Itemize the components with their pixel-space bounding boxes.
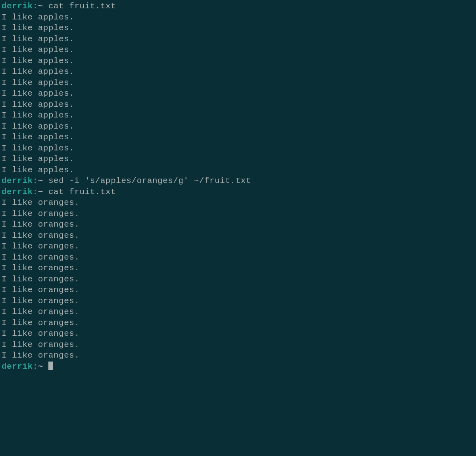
terminal-line: I like oranges. [2, 230, 474, 241]
terminal-line: derrik:~ [2, 361, 474, 372]
output-text: I like apples. [2, 111, 74, 120]
terminal-line: I like oranges. [2, 296, 474, 307]
output-text: I like apples. [2, 122, 74, 131]
output-text: I like oranges. [2, 198, 80, 207]
terminal-line: I like oranges. [2, 241, 474, 252]
output-text: I like oranges. [2, 351, 80, 360]
output-text: I like apples. [2, 89, 74, 98]
output-text: I like oranges. [2, 307, 80, 316]
output-text: I like apples. [2, 23, 74, 33]
terminal-line: I like oranges. [2, 285, 474, 296]
output-text: I like oranges. [2, 253, 80, 262]
output-text: I like oranges. [2, 264, 80, 273]
terminal-line: I like oranges. [2, 317, 474, 329]
terminal-line: I like oranges. [2, 197, 474, 208]
terminal-line: I like apples. [2, 34, 474, 45]
output-text: I like apples. [2, 67, 74, 76]
terminal-line: I like apples. [2, 56, 474, 67]
prompt-suffix [43, 176, 48, 185]
terminal-line: I like apples. [2, 132, 474, 143]
command-text: cat fruit.txt [48, 2, 116, 11]
output-text: I like apples. [2, 45, 74, 54]
output-text: I like oranges. [2, 296, 80, 306]
command-text: sed -i 's/apples/oranges/g' ~/fruit.txt [48, 176, 251, 185]
terminal-line: I like apples. [2, 99, 474, 110]
terminal-line: I like oranges. [2, 350, 474, 361]
output-text: I like apples. [2, 13, 74, 22]
output-text: I like apples. [2, 35, 74, 44]
cursor-icon[interactable] [48, 362, 53, 370]
terminal-line: I like apples. [2, 88, 474, 99]
terminal-line: I like apples. [2, 77, 474, 89]
prompt-separator: : [33, 176, 38, 185]
terminal-line: I like oranges. [2, 306, 474, 317]
prompt-user: derrik [2, 2, 33, 11]
prompt-path: ~ [38, 2, 43, 11]
output-text: I like apples. [2, 56, 74, 65]
output-text: I like apples. [2, 165, 74, 175]
output-text: I like oranges. [2, 220, 80, 229]
terminal-line: I like oranges. [2, 252, 474, 263]
output-text: I like oranges. [2, 340, 80, 349]
terminal-line: derrik:~ sed -i 's/apples/oranges/g' ~/f… [2, 175, 474, 187]
output-text: I like apples. [2, 133, 74, 142]
terminal-line: derrik:~ cat fruit.txt [2, 187, 474, 198]
terminal-window[interactable]: derrik:~ cat fruit.txtI like apples.I li… [2, 1, 474, 455]
prompt-path: ~ [38, 187, 43, 196]
output-text: I like oranges. [2, 242, 80, 251]
terminal-line: I like apples. [2, 66, 474, 77]
prompt-separator: : [33, 362, 38, 371]
terminal-line: derrik:~ cat fruit.txt [2, 1, 474, 12]
output-text: I like oranges. [2, 285, 80, 294]
terminal-line: I like apples. [2, 154, 474, 165]
prompt-separator: : [33, 2, 38, 11]
terminal-line: I like oranges. [2, 328, 474, 339]
prompt-suffix [43, 362, 48, 371]
output-text: I like oranges. [2, 231, 80, 240]
output-text: I like oranges. [2, 275, 80, 284]
output-text: I like oranges. [2, 329, 80, 338]
output-text: I like apples. [2, 154, 74, 164]
prompt-suffix [43, 2, 48, 11]
terminal-line: I like oranges. [2, 339, 474, 350]
terminal-line: I like apples. [2, 23, 474, 34]
prompt-separator: : [33, 187, 38, 196]
terminal-line: I like apples. [2, 12, 474, 23]
command-text: cat fruit.txt [48, 187, 116, 196]
terminal-line: I like apples. [2, 110, 474, 121]
terminal-line: I like apples. [2, 165, 474, 176]
output-text: I like oranges. [2, 318, 80, 327]
prompt-suffix [43, 187, 48, 196]
terminal-line: I like oranges. [2, 263, 474, 274]
prompt-path: ~ [38, 176, 43, 185]
output-text: I like oranges. [2, 209, 80, 218]
terminal-line: I like oranges. [2, 274, 474, 285]
terminal-line: I like apples. [2, 44, 474, 56]
terminal-line: I like oranges. [2, 208, 474, 219]
terminal-line: I like apples. [2, 121, 474, 132]
output-text: I like apples. [2, 78, 74, 87]
terminal-line: I like oranges. [2, 219, 474, 230]
output-text: I like apples. [2, 100, 74, 109]
terminal-line: I like apples. [2, 143, 474, 154]
prompt-user: derrik [2, 362, 33, 371]
prompt-user: derrik [2, 187, 33, 196]
prompt-user: derrik [2, 176, 33, 185]
output-text: I like apples. [2, 144, 74, 153]
prompt-path: ~ [38, 362, 43, 371]
